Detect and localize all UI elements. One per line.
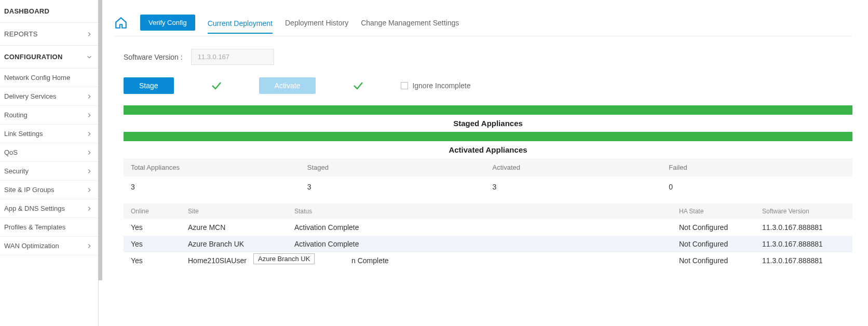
- col-total-header: Total Appliances: [131, 164, 307, 171]
- tooltip: Azure Branch UK: [253, 253, 315, 264]
- staged-value: 3: [307, 183, 493, 191]
- nav-label: WAN Optimization: [4, 242, 59, 250]
- cell-ha: Not Configured: [679, 240, 762, 248]
- nav-label: Link Settings: [4, 130, 43, 138]
- cell-online: Yes: [131, 240, 188, 248]
- home-icon[interactable]: [114, 16, 128, 30]
- nav-label: REPORTS: [4, 30, 38, 38]
- checkbox-icon: [401, 82, 408, 89]
- nav-label: Network Config Home: [4, 74, 70, 82]
- tab-change-management-settings[interactable]: Change Management Settings: [361, 17, 459, 29]
- verify-config-button[interactable]: Verify Config: [140, 15, 195, 31]
- sidebar-item-routing[interactable]: Routing: [0, 106, 98, 125]
- summary-header: Total Appliances Staged Activated Failed: [124, 158, 852, 176]
- col-site-header: Site: [188, 208, 294, 215]
- sidebar-item-delivery-services[interactable]: Delivery Services: [0, 87, 98, 106]
- sidebar: DASHBOARD REPORTS CONFIGURATION Network …: [0, 0, 99, 326]
- nav-configuration[interactable]: CONFIGURATION: [0, 46, 98, 69]
- software-version-label: Software Version :: [124, 53, 183, 61]
- chevron-right-icon: [86, 130, 93, 138]
- cell-sv: 11.3.0.167.888881: [762, 256, 845, 265]
- sidebar-item-network-config-home[interactable]: Network Config Home: [0, 69, 98, 87]
- chevron-down-icon: [86, 53, 93, 61]
- nav-label: Profiles & Templates: [4, 223, 65, 231]
- cell-ha: Not Configured: [679, 256, 762, 265]
- activated-value: 3: [492, 183, 669, 191]
- nav-label: Security: [4, 167, 29, 175]
- check-icon: [352, 79, 364, 92]
- cell-online: Yes: [131, 256, 188, 265]
- cell-status: Activation Complete: [294, 223, 679, 232]
- chevron-right-icon: [86, 186, 93, 194]
- nav-label: QoS: [4, 148, 18, 156]
- software-version-input[interactable]: [191, 49, 274, 65]
- nav-reports[interactable]: REPORTS: [0, 23, 98, 46]
- nav-label: Site & IP Groups: [4, 186, 55, 194]
- col-ha-header: HA State: [679, 208, 762, 215]
- cell-status: Activation Complete: [294, 240, 679, 248]
- sidebar-item-site-ip-groups[interactable]: Site & IP Groups: [0, 181, 98, 199]
- activated-appliances-title: Activated Appliances: [124, 143, 852, 158]
- sidebar-item-qos[interactable]: QoS: [0, 143, 98, 162]
- col-staged-header: Staged: [307, 164, 493, 171]
- checkbox-label: Ignore Incomplete: [412, 82, 470, 90]
- col-sv-header: Software Version: [762, 208, 845, 215]
- ignore-incomplete-checkbox[interactable]: Ignore Incomplete: [401, 82, 470, 90]
- table-header: Online Site Status HA State Software Ver…: [124, 203, 852, 219]
- nav-label: Routing: [4, 111, 28, 119]
- total-value: 3: [131, 183, 307, 191]
- chevron-right-icon: [86, 149, 93, 156]
- nav-label: CONFIGURATION: [4, 53, 63, 61]
- cell-site: Azure MCN: [188, 223, 294, 232]
- cell-online: Yes: [131, 223, 188, 232]
- nav-label: DASHBOARD: [4, 7, 49, 15]
- deployment-panel: Software Version : Stage Activate Ignore…: [114, 36, 852, 269]
- scrollbar[interactable]: [98, 0, 102, 280]
- sidebar-item-wan-optimization[interactable]: WAN Optimization: [0, 237, 98, 255]
- table-row[interactable]: Yes Azure MCN Activation Complete Not Co…: [124, 219, 852, 236]
- nav-dashboard[interactable]: DASHBOARD: [0, 0, 98, 23]
- main-content: Verify Config Current Deployment Deploym…: [99, 0, 868, 326]
- nav-label: App & DNS Settings: [4, 205, 65, 212]
- chevron-right-icon: [86, 242, 93, 250]
- failed-value: 0: [669, 183, 845, 191]
- cell-site: Azure Branch UK: [188, 240, 294, 248]
- chevron-right-icon: [86, 93, 93, 100]
- tab-bar: Verify Config Current Deployment Deploym…: [114, 0, 852, 36]
- chevron-right-icon: [86, 31, 93, 38]
- table-row[interactable]: Yes Azure Branch UK Activation Complete …: [124, 236, 852, 252]
- tab-current-deployment[interactable]: Current Deployment: [208, 17, 273, 34]
- col-online-header: Online: [131, 208, 188, 215]
- table-row[interactable]: Yes Home210SIAUser n Complete Not Config…: [124, 252, 852, 269]
- cell-status: n Complete: [294, 256, 679, 265]
- cell-sv: 11.3.0.167.888881: [762, 240, 845, 248]
- col-failed-header: Failed: [669, 164, 845, 171]
- chevron-right-icon: [86, 112, 93, 119]
- chevron-right-icon: [86, 168, 93, 175]
- activate-button[interactable]: Activate: [259, 77, 316, 94]
- chevron-right-icon: [86, 205, 93, 212]
- col-status-header: Status: [294, 208, 679, 215]
- tab-deployment-history[interactable]: Deployment History: [285, 17, 348, 29]
- sidebar-item-security[interactable]: Security: [0, 162, 98, 181]
- stage-button[interactable]: Stage: [124, 77, 174, 94]
- progress-bar-activated: [124, 132, 852, 141]
- check-icon: [210, 79, 223, 92]
- sidebar-item-app-dns-settings[interactable]: App & DNS Settings: [0, 199, 98, 218]
- software-version-row: Software Version :: [124, 49, 852, 65]
- sidebar-item-profiles-templates[interactable]: Profiles & Templates: [0, 218, 98, 237]
- nav-label: Delivery Services: [4, 92, 56, 100]
- appliance-table: Online Site Status HA State Software Ver…: [124, 203, 852, 269]
- col-activated-header: Activated: [492, 164, 669, 171]
- staged-appliances-title: Staged Appliances: [124, 117, 852, 132]
- cell-sv: 11.3.0.167.888881: [762, 223, 845, 232]
- action-row: Stage Activate Ignore Incomplete: [124, 77, 852, 94]
- progress-bar-staged: [124, 105, 852, 115]
- summary-row: 3 3 3 0: [124, 176, 852, 197]
- cell-ha: Not Configured: [679, 223, 762, 232]
- sidebar-item-link-settings[interactable]: Link Settings: [0, 125, 98, 143]
